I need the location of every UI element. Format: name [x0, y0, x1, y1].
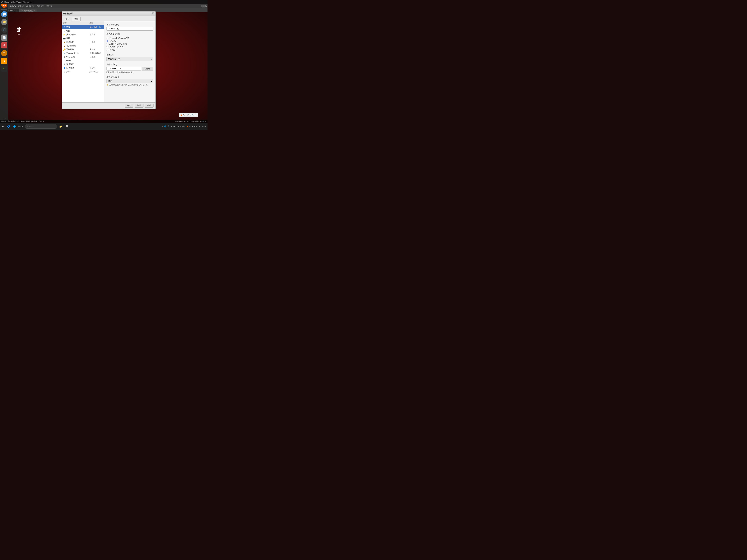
dialog-footer: 确定 取消 帮助 — [62, 102, 155, 109]
workdir-checkbox[interactable] — [106, 71, 109, 73]
dialog-close-button[interactable]: × — [152, 12, 154, 15]
menu-view[interactable]: 查看(V) — [17, 5, 25, 8]
taskbar-icon-font[interactable]: A — [1, 42, 8, 49]
tab-mycomputer-close[interactable]: × — [34, 10, 35, 12]
menu-vm[interactable]: 虚拟机(M) — [25, 5, 35, 8]
taskbar-browser[interactable]: 🌐 · 腾讯节 — [12, 124, 24, 129]
expand-icon[interactable]: ▾ — [206, 5, 207, 7]
snapshots-label: 快照 — [66, 37, 89, 40]
taskbar-volume[interactable]: 🔊 — [167, 126, 170, 128]
vm-name-input[interactable] — [106, 27, 153, 31]
dialog-main: 虚拟机名称(N) 客户机操作系统 Microsoft Windows(W) Li… — [104, 21, 155, 102]
radio-windows[interactable]: Microsoft Windows(W) — [106, 37, 153, 39]
taskbar-logo2[interactable]: 🌀 — [6, 124, 11, 129]
unity-icon: ◻ — [63, 59, 66, 62]
menu-tab[interactable]: 选项卡(T) — [35, 5, 45, 8]
radio-windows-input[interactable] — [106, 37, 108, 39]
taskbar-icon-music[interactable]: 🎵 — [1, 26, 8, 33]
taskbar-ime[interactable]: S — [187, 126, 188, 127]
sidebar-item-shared-folders[interactable]: 📁 共享文件夹 已启用 — [62, 33, 104, 36]
taskbar-icon-files[interactable]: 📁 — [1, 19, 8, 25]
amazon-icon: a — [1, 58, 7, 64]
tab-hardware[interactable]: 硬件 — [63, 17, 72, 21]
vmware-tools-icon: 🔧 — [63, 52, 66, 55]
menu-help[interactable]: 帮助(H) — [45, 5, 53, 8]
ime-mic[interactable]: 🎤 — [186, 114, 189, 116]
taskbar-icon-terminal[interactable]: >_ — [1, 65, 8, 72]
status-right: nux-virtual-machine:/mnt/hgfs/图片 🖥 🔊 🖱 — [175, 120, 206, 123]
start-button[interactable]: ⊞ — [1, 124, 5, 129]
enhanced-kb-warning: ⚠ ⚠ 在主机上未安装 VMware 增强型键盘驱动程序。 — [106, 84, 153, 86]
sidebar-item-unity[interactable]: ◻ Unity — [62, 59, 104, 62]
radio-macos-input[interactable] — [106, 43, 108, 45]
radio-macos[interactable]: Apple Mac OS X(M) — [106, 43, 153, 45]
vmware-tools-value: 关闭时间同步 — [89, 52, 102, 55]
vmware-tools-label: VMware Tools — [66, 52, 89, 54]
sidebar-item-power[interactable]: ▶ 电源 — [62, 29, 104, 33]
version-select[interactable]: Ubuntu 64 位 — [106, 57, 153, 61]
ime-chinese[interactable]: 英 — [183, 113, 185, 116]
sidebar-item-device-view[interactable]: 🖥 设备视图 — [62, 62, 104, 66]
taskbar-search-input[interactable] — [25, 124, 57, 129]
enhanced-kb-select[interactable]: 禁用 — [106, 79, 153, 83]
sidebar-item-advanced[interactable]: ⚙ 高级 默认/默认 — [62, 70, 104, 74]
dialog-title: 虚拟机设置 — [63, 12, 73, 15]
autologin-label: 自动登录 — [66, 66, 89, 69]
taskbar-icon-chat[interactable]: 💬 — [1, 11, 8, 18]
tab-mycomputer[interactable]: 🖥 我的计算机 × — [20, 9, 36, 12]
enhanced-kb-label: 增强型键盘(K) — [106, 76, 153, 79]
taskbar-file-manager[interactable]: 📁 — [58, 124, 64, 129]
guest-os-title: 客户机操作系统 — [106, 33, 153, 36]
vm-settings-dialog: 虚拟机设置 × 硬件 选项 设置 摘要 ⚙ 常规 Ubuntu 64 位 ▶ 电… — [61, 11, 156, 109]
browse-button[interactable]: 浏览(B)... — [142, 66, 153, 71]
taskbar-vm-icon[interactable]: 🖥 — [65, 124, 70, 129]
taskbar-tray-expand[interactable]: ∧ — [162, 126, 163, 128]
ime-settings[interactable]: 🔧 — [192, 114, 195, 116]
advanced-label: 高级 — [66, 70, 89, 73]
workdir-label: 工作目录(D) — [106, 63, 153, 66]
browser-icon: 🌐 — [13, 125, 16, 128]
workdir-input[interactable] — [106, 66, 141, 71]
menu-edit[interactable]: 编辑(E) — [9, 5, 17, 8]
ime-menu[interactable]: ⠿ — [195, 114, 197, 116]
browser-label: · 腾讯节 — [17, 125, 23, 128]
radio-esx-input[interactable] — [106, 46, 108, 48]
version-label: 版本(V): — [106, 54, 153, 56]
vnc-value: 已禁用 — [89, 56, 102, 58]
sidebar-item-isolation[interactable]: 🔒 客户机隔离 — [62, 44, 104, 48]
cpu-temp-label: CPU温度 — [178, 125, 186, 128]
pause-button[interactable]: ⏸ — [202, 5, 206, 7]
access-control-icon: 🔑 — [63, 48, 66, 51]
taskbar-right: ∧ 🌐 🔊 🖥 58°C CPU温度 S 21:18 周四 2022/2/24 — [162, 125, 207, 128]
tab-options[interactable]: 选项 — [72, 17, 81, 21]
help-button[interactable]: 帮助 — [145, 104, 154, 108]
bottom-taskbar: ⊞ 🌀 🌐 · 腾讯节 📁 🖥 ∧ 🌐 🔊 🖥 58°C CPU温度 S 21:… — [0, 123, 207, 130]
ok-button[interactable]: 确定 — [125, 104, 133, 108]
ime-return[interactable]: 回 — [189, 113, 191, 116]
radio-esx[interactable]: VMware ESX(X) — [106, 46, 153, 48]
terminal-icon: >_ — [1, 65, 7, 72]
taskbar-icon-notes[interactable]: 📄 — [1, 34, 8, 41]
radio-other-input[interactable] — [106, 49, 108, 51]
sidebar-item-snapshots[interactable]: 📷 快照 — [62, 36, 104, 40]
desktop-trash[interactable]: 🗑 Trash — [16, 26, 22, 35]
radio-linux-label: Linux(L) — [109, 40, 117, 42]
cancel-button[interactable]: 取消 — [135, 104, 144, 108]
sidebar-item-vmware-tools[interactable]: 🔧 VMware Tools 关闭时间同步 — [62, 51, 104, 55]
taskbar-icon-help[interactable]: ? — [1, 50, 8, 57]
sidebar-item-autologin[interactable]: 👤 自动登录 不支持 — [62, 66, 104, 70]
power-label: 电源 — [66, 29, 89, 32]
radio-linux-input[interactable] — [106, 40, 108, 42]
sidebar-item-general[interactable]: ⚙ 常规 Ubuntu 64 位 — [62, 25, 104, 29]
cpu-temp: 58°C — [173, 126, 177, 127]
radio-other[interactable]: 其他(O) — [106, 49, 153, 51]
music-icon: 🎵 — [1, 27, 7, 33]
sidebar-item-vnc[interactable]: 🖥 VNC 连接 已禁用 — [62, 55, 104, 59]
radio-linux[interactable]: Linux(L) — [106, 40, 153, 42]
taskbar-icon-amazon[interactable]: a — [1, 57, 8, 64]
status-bar: 要将输入定向到该虚拟机，请在虚拟机内部单击或按 Ctrl+G。 nux-virt… — [0, 119, 207, 123]
vm-icon-taskbar: 🖥 — [66, 125, 68, 128]
sidebar-item-autosave[interactable]: 🔒 自动保护 已禁用 — [62, 40, 104, 44]
sidebar-item-access-control[interactable]: 🔑 访问控制 未加密 — [62, 48, 104, 51]
tab-ubuntu-close[interactable]: × — [16, 10, 17, 11]
